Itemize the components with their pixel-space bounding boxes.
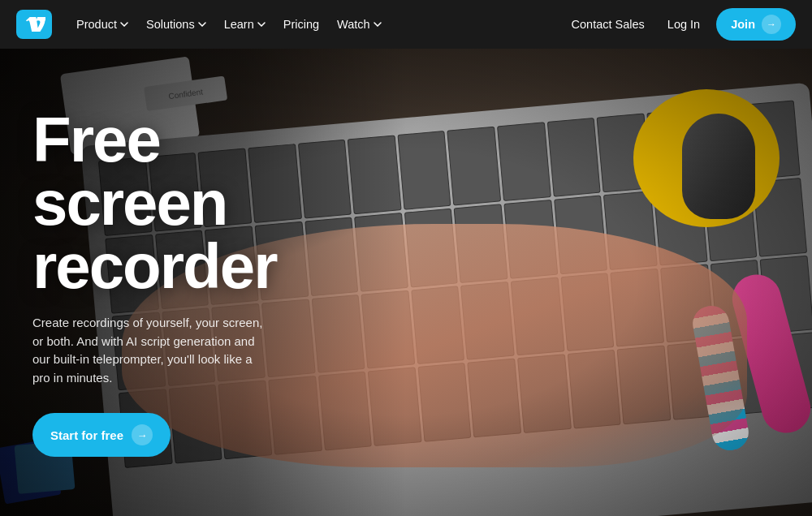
chevron-down-icon xyxy=(374,22,382,27)
vimeo-logo[interactable] xyxy=(16,10,52,39)
nav-item-pricing[interactable]: Pricing xyxy=(275,13,327,36)
nav-item-learn[interactable]: Learn xyxy=(216,13,274,36)
hero-title: Free screen recorder xyxy=(32,108,349,298)
hero-subtitle: Create recordings of yourself, your scre… xyxy=(32,314,268,387)
cta-arrow-icon: → xyxy=(132,424,153,445)
nav-item-watch[interactable]: Watch xyxy=(329,13,390,36)
nav-item-solutions[interactable]: Solutions xyxy=(138,13,214,36)
chevron-down-icon xyxy=(198,22,206,27)
hero-section: Confident xyxy=(0,49,812,516)
hero-content: Free screen recorder Create recordings o… xyxy=(0,49,374,516)
contact-sales-link[interactable]: Contact Sales xyxy=(565,13,651,36)
navigation: Product Solutions Learn Pricing Watch xyxy=(0,0,812,49)
arrow-icon: → xyxy=(762,15,781,34)
cta-button[interactable]: Start for free → xyxy=(32,413,171,457)
chevron-down-icon xyxy=(120,22,128,27)
nav-item-product[interactable]: Product xyxy=(68,13,136,36)
join-button[interactable]: Join → xyxy=(716,8,796,41)
chevron-down-icon xyxy=(257,22,266,27)
nav-items: Product Solutions Learn Pricing Watch xyxy=(68,13,562,36)
login-link[interactable]: Log In xyxy=(661,13,706,36)
nav-right: Contact Sales Log In Join → xyxy=(565,8,796,41)
mouse-decoration xyxy=(682,114,755,219)
